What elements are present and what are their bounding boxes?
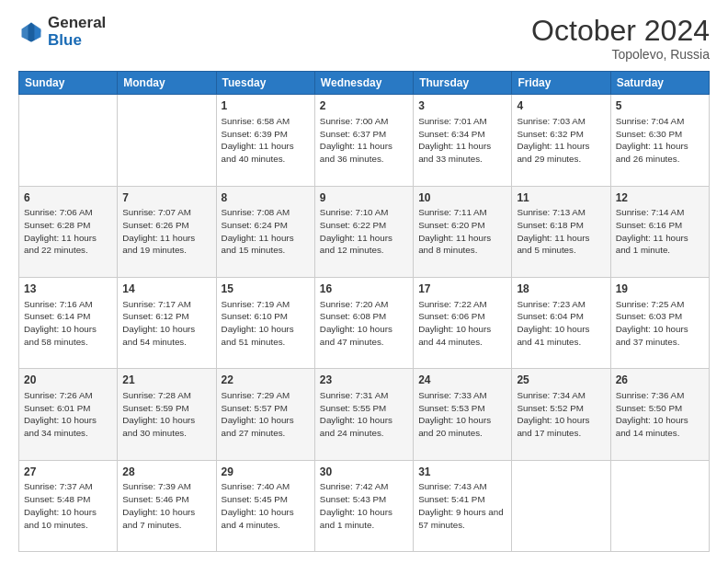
calendar-header-row: SundayMondayTuesdayWednesdayThursdayFrid… <box>19 72 710 95</box>
day-number: 26 <box>616 373 704 388</box>
calendar-cell: 5Sunrise: 7:04 AMSunset: 6:30 PMDaylight… <box>610 95 709 186</box>
day-number: 22 <box>222 373 310 388</box>
day-info: Sunrise: 7:31 AMSunset: 5:55 PMDaylight:… <box>320 389 408 440</box>
day-info: Sunrise: 7:11 AMSunset: 6:20 PMDaylight:… <box>418 206 506 257</box>
day-info: Sunrise: 7:07 AMSunset: 6:26 PMDaylight:… <box>122 206 210 257</box>
day-header-monday: Monday <box>118 72 216 95</box>
day-info: Sunrise: 7:19 AMSunset: 6:10 PMDaylight:… <box>222 298 310 349</box>
day-header-wednesday: Wednesday <box>314 72 413 95</box>
svg-marker-2 <box>28 22 35 41</box>
day-info: Sunrise: 7:25 AMSunset: 6:03 PMDaylight:… <box>616 298 704 349</box>
day-info: Sunrise: 7:13 AMSunset: 6:18 PMDaylight:… <box>517 206 605 257</box>
day-number: 3 <box>418 98 506 114</box>
calendar-cell: 8Sunrise: 7:08 AMSunset: 6:24 PMDaylight… <box>216 186 314 277</box>
day-number: 24 <box>418 373 506 388</box>
day-number: 4 <box>517 98 605 114</box>
day-header-saturday: Saturday <box>610 72 709 95</box>
day-number: 17 <box>418 282 506 297</box>
calendar-week-row: 20Sunrise: 7:26 AMSunset: 6:01 PMDayligh… <box>19 369 710 460</box>
calendar-cell: 1Sunrise: 6:58 AMSunset: 6:39 PMDaylight… <box>216 95 314 186</box>
calendar-week-row: 6Sunrise: 7:06 AMSunset: 6:28 PMDaylight… <box>19 186 710 277</box>
calendar-cell: 4Sunrise: 7:03 AMSunset: 6:32 PMDaylight… <box>512 95 610 186</box>
day-number: 6 <box>24 190 112 206</box>
day-number: 11 <box>517 190 605 206</box>
day-header-thursday: Thursday <box>414 72 512 95</box>
calendar-cell: 25Sunrise: 7:34 AMSunset: 5:52 PMDayligh… <box>512 369 610 460</box>
calendar-cell: 14Sunrise: 7:17 AMSunset: 6:12 PMDayligh… <box>118 277 216 368</box>
day-info: Sunrise: 7:16 AMSunset: 6:14 PMDaylight:… <box>24 298 112 349</box>
calendar-cell: 29Sunrise: 7:40 AMSunset: 5:45 PMDayligh… <box>216 460 314 551</box>
day-info: Sunrise: 7:04 AMSunset: 6:30 PMDaylight:… <box>616 115 704 166</box>
calendar-cell <box>610 460 709 551</box>
day-number: 14 <box>122 282 210 297</box>
calendar-cell: 11Sunrise: 7:13 AMSunset: 6:18 PMDayligh… <box>512 186 610 277</box>
day-number: 18 <box>517 282 605 297</box>
day-number: 25 <box>517 373 605 388</box>
calendar-cell: 6Sunrise: 7:06 AMSunset: 6:28 PMDaylight… <box>19 186 118 277</box>
logo-icon <box>18 19 44 45</box>
calendar-cell: 27Sunrise: 7:37 AMSunset: 5:48 PMDayligh… <box>19 460 118 551</box>
logo-general-text: General <box>48 15 106 32</box>
day-number: 13 <box>24 282 112 297</box>
day-number: 29 <box>222 465 310 480</box>
day-info: Sunrise: 7:17 AMSunset: 6:12 PMDaylight:… <box>122 298 210 349</box>
calendar-cell: 3Sunrise: 7:01 AMSunset: 6:34 PMDaylight… <box>414 95 512 186</box>
calendar-cell: 19Sunrise: 7:25 AMSunset: 6:03 PMDayligh… <box>610 277 709 368</box>
day-info: Sunrise: 7:14 AMSunset: 6:16 PMDaylight:… <box>616 206 704 257</box>
day-info: Sunrise: 7:39 AMSunset: 5:46 PMDaylight:… <box>122 480 210 531</box>
calendar-cell: 12Sunrise: 7:14 AMSunset: 6:16 PMDayligh… <box>610 186 709 277</box>
day-number: 1 <box>222 98 310 114</box>
day-info: Sunrise: 7:00 AMSunset: 6:37 PMDaylight:… <box>320 115 408 166</box>
calendar-cell: 16Sunrise: 7:20 AMSunset: 6:08 PMDayligh… <box>314 277 413 368</box>
day-number: 5 <box>616 98 704 114</box>
location: Topolevo, Russia <box>531 47 710 62</box>
calendar-cell: 10Sunrise: 7:11 AMSunset: 6:20 PMDayligh… <box>414 186 512 277</box>
title-block: October 2024 Topolevo, Russia <box>531 15 710 62</box>
day-info: Sunrise: 6:58 AMSunset: 6:39 PMDaylight:… <box>222 115 310 166</box>
calendar-cell: 30Sunrise: 7:42 AMSunset: 5:43 PMDayligh… <box>314 460 413 551</box>
logo-blue-text: Blue <box>48 32 106 50</box>
day-info: Sunrise: 7:26 AMSunset: 6:01 PMDaylight:… <box>24 389 112 440</box>
day-info: Sunrise: 7:10 AMSunset: 6:22 PMDaylight:… <box>320 206 408 257</box>
logo: General Blue <box>18 15 106 49</box>
calendar-cell: 7Sunrise: 7:07 AMSunset: 6:26 PMDaylight… <box>118 186 216 277</box>
day-info: Sunrise: 7:43 AMSunset: 5:41 PMDaylight:… <box>418 480 506 531</box>
day-header-tuesday: Tuesday <box>216 72 314 95</box>
calendar-cell <box>19 95 118 186</box>
day-info: Sunrise: 7:22 AMSunset: 6:06 PMDaylight:… <box>418 298 506 349</box>
day-info: Sunrise: 7:36 AMSunset: 5:50 PMDaylight:… <box>616 389 704 440</box>
calendar-cell: 21Sunrise: 7:28 AMSunset: 5:59 PMDayligh… <box>118 369 216 460</box>
day-number: 23 <box>320 373 408 388</box>
calendar-cell: 20Sunrise: 7:26 AMSunset: 6:01 PMDayligh… <box>19 369 118 460</box>
calendar-cell: 15Sunrise: 7:19 AMSunset: 6:10 PMDayligh… <box>216 277 314 368</box>
day-number: 8 <box>222 190 310 206</box>
calendar-cell: 18Sunrise: 7:23 AMSunset: 6:04 PMDayligh… <box>512 277 610 368</box>
calendar-week-row: 1Sunrise: 6:58 AMSunset: 6:39 PMDaylight… <box>19 95 710 186</box>
day-number: 21 <box>122 373 210 388</box>
month-title: October 2024 <box>531 15 710 47</box>
logo-text: General Blue <box>48 15 106 49</box>
day-number: 2 <box>320 98 408 114</box>
calendar-cell: 13Sunrise: 7:16 AMSunset: 6:14 PMDayligh… <box>19 277 118 368</box>
calendar-cell: 28Sunrise: 7:39 AMSunset: 5:46 PMDayligh… <box>118 460 216 551</box>
header: General Blue October 2024 Topolevo, Russ… <box>18 15 710 62</box>
day-info: Sunrise: 7:33 AMSunset: 5:53 PMDaylight:… <box>418 389 506 440</box>
day-info: Sunrise: 7:20 AMSunset: 6:08 PMDaylight:… <box>320 298 408 349</box>
day-number: 19 <box>616 282 704 297</box>
day-number: 30 <box>320 465 408 480</box>
calendar-week-row: 27Sunrise: 7:37 AMSunset: 5:48 PMDayligh… <box>19 460 710 551</box>
day-number: 7 <box>122 190 210 206</box>
day-number: 16 <box>320 282 408 297</box>
day-number: 28 <box>122 465 210 480</box>
calendar-table: SundayMondayTuesdayWednesdayThursdayFrid… <box>18 71 710 552</box>
day-info: Sunrise: 7:34 AMSunset: 5:52 PMDaylight:… <box>517 389 605 440</box>
day-info: Sunrise: 7:28 AMSunset: 5:59 PMDaylight:… <box>122 389 210 440</box>
day-header-friday: Friday <box>512 72 610 95</box>
day-info: Sunrise: 7:37 AMSunset: 5:48 PMDaylight:… <box>24 480 112 531</box>
calendar-cell <box>512 460 610 551</box>
calendar-cell: 22Sunrise: 7:29 AMSunset: 5:57 PMDayligh… <box>216 369 314 460</box>
day-info: Sunrise: 7:03 AMSunset: 6:32 PMDaylight:… <box>517 115 605 166</box>
day-info: Sunrise: 7:23 AMSunset: 6:04 PMDaylight:… <box>517 298 605 349</box>
day-number: 9 <box>320 190 408 206</box>
calendar-cell: 17Sunrise: 7:22 AMSunset: 6:06 PMDayligh… <box>414 277 512 368</box>
